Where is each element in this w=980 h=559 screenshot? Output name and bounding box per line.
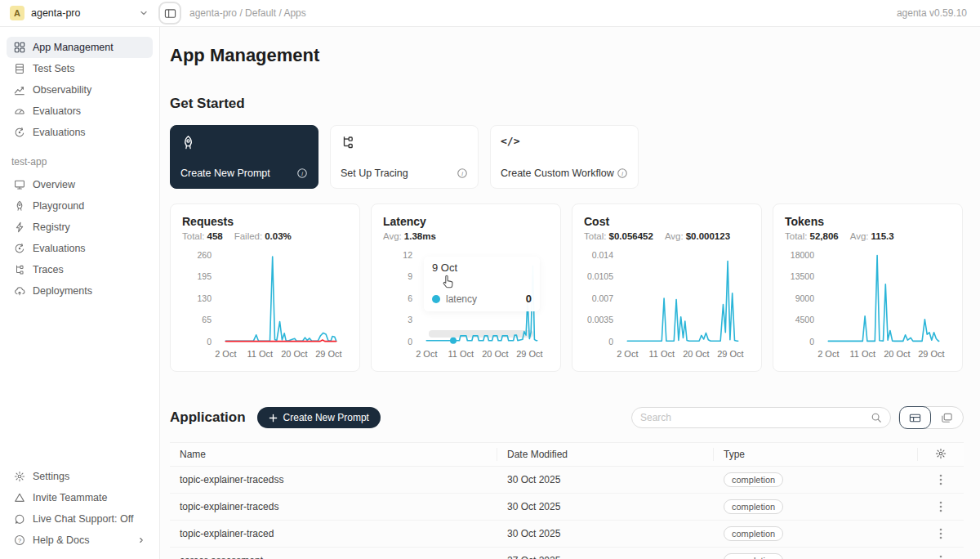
sidebar-item-label: App Management xyxy=(33,42,114,53)
help-icon: ? xyxy=(14,534,25,546)
app-name: career-assessment xyxy=(170,555,497,559)
metric-title: Latency xyxy=(383,215,549,228)
sidebar-item-test-sets[interactable]: Test Sets xyxy=(7,58,153,79)
card-view-button[interactable] xyxy=(931,406,963,429)
create-custom-workflow-card[interactable]: </> Create Custom Workflow i xyxy=(490,125,639,189)
sidebar-item-label: Deployments xyxy=(33,285,92,297)
requests-chart[interactable]: 2601951306502 Oct11 Oct20 Oct29 Oct xyxy=(182,248,348,363)
svg-text:20 Oct: 20 Oct xyxy=(281,349,307,359)
metric-stats: Total:$0.056452 Avg:$0.000123 xyxy=(584,231,750,241)
app-type: completion xyxy=(714,499,918,514)
get-started-cards: Create New Prompt i Set Up Tracing i </>… xyxy=(170,125,964,189)
app-name: topic-explainer-tracedss xyxy=(170,474,497,485)
kebab-menu-icon xyxy=(939,555,942,559)
sidebar-item-label: Help & Docs xyxy=(33,534,89,546)
row-menu-button[interactable] xyxy=(934,499,947,514)
create-new-prompt-button[interactable]: Create New Prompt xyxy=(257,407,381,428)
sidebar-item-settings[interactable]: Settings xyxy=(7,466,153,487)
column-settings[interactable] xyxy=(918,448,964,461)
table-view-button[interactable] xyxy=(899,406,931,429)
workspace-selector[interactable]: A agenta-pro xyxy=(10,6,149,20)
info-icon[interactable]: i xyxy=(457,168,468,179)
search-icon[interactable] xyxy=(871,412,882,423)
cost-chart[interactable]: 0.0140.01050.0070.003502 Oct11 Oct20 Oct… xyxy=(584,248,750,363)
chevron-right-icon xyxy=(137,536,145,544)
rocket-icon xyxy=(14,200,25,212)
kebab-menu-icon xyxy=(939,501,942,512)
sidebar-item-app-management[interactable]: App Management xyxy=(7,37,153,58)
svg-text:2 Oct: 2 Oct xyxy=(617,349,638,359)
tooltip-series-name: latency xyxy=(446,293,477,305)
sidebar-item-help-docs[interactable]: ? Help & Docs xyxy=(7,530,153,551)
kebab-menu-icon xyxy=(939,474,942,485)
application-heading: Application xyxy=(170,409,246,426)
cycle-icon xyxy=(14,243,25,254)
workspace-name: agenta-pro xyxy=(31,7,80,19)
tokens-chart[interactable]: 18000135009000450002 Oct11 Oct20 Oct29 O… xyxy=(785,248,951,363)
info-icon[interactable]: i xyxy=(296,168,308,179)
plus-icon xyxy=(269,414,278,423)
set-up-tracing-card[interactable]: Set Up Tracing i xyxy=(330,125,479,189)
card-view-icon xyxy=(941,412,953,424)
workspace-avatar: A xyxy=(10,6,24,20)
svg-text:65: 65 xyxy=(202,315,212,324)
info-icon[interactable]: i xyxy=(617,168,628,179)
breadcrumb[interactable]: agenta-pro / Default / Apps xyxy=(189,7,306,19)
sidebar-item-overview[interactable]: Overview xyxy=(7,174,153,195)
sidebar-collapse-button[interactable] xyxy=(158,2,181,25)
chart-line-icon xyxy=(14,84,25,96)
card-label: Set Up Tracing xyxy=(341,168,408,179)
table-row[interactable]: topic-explainer-tracedss 30 Oct 2025 com… xyxy=(170,467,964,494)
sidebar-item-evaluations[interactable]: Evaluations xyxy=(7,122,153,143)
table-row[interactable]: topic-explainer-traceds 30 Oct 2025 comp… xyxy=(170,494,964,521)
sidebar-item-label: Registry xyxy=(33,221,70,233)
svg-text:6: 6 xyxy=(408,293,412,303)
sidebar-item-invite-teammate[interactable]: Invite Teammate xyxy=(7,487,153,508)
sidebar-item-traces[interactable]: Traces xyxy=(7,259,153,280)
svg-text:12: 12 xyxy=(403,250,412,260)
svg-text:i: i xyxy=(461,170,463,177)
latency-chart[interactable]: 9 Oct latency 0 1296302 Oct11 Oct20 Oct2… xyxy=(383,248,549,363)
sidebar-item-deployments[interactable]: Deployments xyxy=(7,280,153,302)
sidebar-item-playground[interactable]: Playground xyxy=(7,195,153,217)
metric-title: Requests xyxy=(182,215,348,228)
search-input[interactable] xyxy=(640,412,871,423)
svg-text:11 Oct: 11 Oct xyxy=(247,349,274,359)
svg-text:20 Oct: 20 Oct xyxy=(482,349,508,359)
app-type: completion xyxy=(714,526,918,541)
sidebar-item-registry[interactable]: Registry xyxy=(7,217,153,238)
sidebar-item-label: Invite Teammate xyxy=(33,492,107,503)
svg-text:0: 0 xyxy=(408,337,412,347)
table-row[interactable]: career-assessment 27 Oct 2025 completion xyxy=(170,548,964,559)
row-menu-button[interactable] xyxy=(934,553,947,559)
sidebar-item-label: Live Chat Support: Off xyxy=(33,513,133,525)
row-menu-button[interactable] xyxy=(934,472,947,487)
sidebar-item-label: Test Sets xyxy=(33,63,74,74)
app-version: agenta v0.59.10 xyxy=(897,7,967,19)
sidebar-item-observability[interactable]: Observability xyxy=(7,79,153,101)
svg-text:20 Oct: 20 Oct xyxy=(884,349,910,359)
table-row[interactable]: topic-explainer-traced 30 Oct 2025 compl… xyxy=(170,521,964,548)
column-header-date-modified: Date Modified xyxy=(497,448,714,461)
card-label: Create New Prompt xyxy=(180,168,270,179)
svg-text:0: 0 xyxy=(608,337,613,347)
row-menu-button[interactable] xyxy=(934,526,947,541)
app-date: 27 Oct 2025 xyxy=(497,555,714,559)
create-new-prompt-card[interactable]: Create New Prompt i xyxy=(170,125,318,189)
sidebar-item-label: Settings xyxy=(33,471,69,482)
sidebar-item-label: Observability xyxy=(33,84,91,96)
latency-metric-card: Latency Avg:1.38ms 9 Oct latency 0 xyxy=(371,203,561,372)
trace-tree-icon xyxy=(341,135,355,150)
gauge-icon xyxy=(14,105,25,117)
type-badge: completion xyxy=(724,499,783,514)
testsets-icon xyxy=(14,63,25,74)
sidebar-item-evaluators[interactable]: Evaluators xyxy=(7,101,153,122)
sidebar-item-label: Evaluations xyxy=(33,127,86,138)
svg-text:29 Oct: 29 Oct xyxy=(717,349,743,359)
chevron-down-icon xyxy=(139,8,149,18)
sidebar-item-app-evaluations[interactable]: Evaluations xyxy=(7,238,153,259)
view-toggle xyxy=(898,406,964,429)
svg-text:29 Oct: 29 Oct xyxy=(315,349,341,359)
main-content: App Management Get Started Create New Pr… xyxy=(160,27,980,559)
sidebar-item-live-chat[interactable]: Live Chat Support: Off xyxy=(7,508,153,530)
